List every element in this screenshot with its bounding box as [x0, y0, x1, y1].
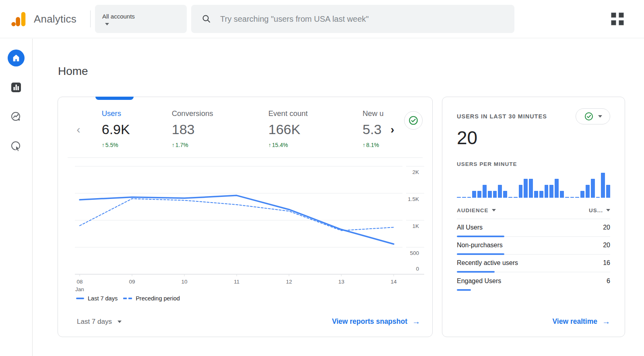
dashed-line-swatch	[123, 298, 132, 299]
search-input[interactable]	[220, 14, 504, 24]
minute-bar	[601, 173, 605, 198]
minute-bar	[514, 197, 518, 198]
overview-card-footer: Last 7 days View reports snapshot →	[58, 317, 432, 337]
grid-square	[611, 20, 616, 25]
users-per-minute-label: USERS PER MINUTE	[457, 161, 610, 167]
arrow-right-icon: →	[412, 317, 420, 326]
sort-caret-icon	[492, 209, 496, 211]
topbar-divider	[90, 10, 91, 27]
metric-delta: ↑8.1%	[363, 142, 388, 148]
up-arrow-icon: ↑	[102, 142, 105, 148]
audience-users-count: 16	[603, 259, 610, 267]
check-circle-icon	[584, 112, 594, 121]
account-switcher-label: All accounts	[102, 13, 180, 20]
metric-tab-conversions[interactable]: Conversions183↑1.7%	[172, 109, 268, 157]
metric-tab-new-u[interactable]: New u5.3↑8.1%	[363, 109, 388, 157]
realtime-footer: View realtime →	[457, 317, 610, 326]
overview-chart: 2K1.5K1K500008Jan091011121314	[66, 160, 424, 295]
sidebar-item-home[interactable]	[8, 50, 25, 66]
apps-grid-icon[interactable]	[611, 12, 624, 25]
arrow-right-icon: →	[602, 317, 610, 326]
link-label: View reports snapshot	[332, 317, 407, 326]
realtime-status-dropdown[interactable]	[576, 108, 610, 124]
svg-text:1K: 1K	[412, 223, 419, 229]
audience-column-header[interactable]: AUDIENCE	[457, 207, 496, 213]
minute-bar	[477, 191, 481, 198]
minute-bar	[498, 185, 502, 198]
minute-bar	[570, 197, 574, 198]
audience-proportion-bar	[457, 289, 471, 291]
overview-card: ‹ Users6.9K↑5.5%Conversions183↑1.7%Event…	[58, 97, 433, 337]
audience-users-count: 20	[603, 224, 610, 231]
metric-tab-event-count[interactable]: Event count166K↑15.4%	[268, 109, 363, 157]
metric-delta: ↑15.4%	[268, 142, 363, 148]
audience-users-count: 6	[607, 277, 610, 285]
minute-bar	[596, 197, 600, 198]
svg-text:09: 09	[129, 279, 135, 285]
metric-tab-users[interactable]: Users6.9K↑5.5%	[102, 109, 172, 157]
account-switcher[interactable]: All accounts	[95, 5, 187, 33]
minute-bar	[560, 191, 564, 198]
grid-square	[619, 12, 624, 18]
sidebar-item-reports[interactable]	[8, 79, 25, 96]
svg-text:13: 13	[338, 279, 344, 285]
svg-text:14: 14	[390, 279, 397, 285]
users-last-30min-value: 20	[457, 128, 610, 148]
chevron-down-icon	[105, 23, 109, 25]
audience-table-body: All Users20Non-purchasers20Recently acti…	[457, 219, 610, 290]
metric-delta: ↑1.7%	[172, 142, 268, 148]
minute-bar	[488, 191, 492, 198]
sort-caret-icon	[606, 209, 610, 211]
metric-value: 6.9K	[102, 122, 172, 137]
audience-name: All Users	[457, 224, 483, 231]
advertising-click-icon	[10, 141, 22, 152]
chart-series-dashed	[80, 199, 394, 230]
analytics-logo[interactable]: Analytics	[0, 10, 90, 27]
minute-bar	[472, 191, 476, 198]
view-reports-snapshot-link[interactable]: View reports snapshot →	[332, 317, 420, 326]
minute-bar	[529, 179, 533, 198]
svg-text:2K: 2K	[412, 169, 419, 175]
view-realtime-link[interactable]: View realtime →	[552, 317, 610, 326]
minute-bar	[580, 191, 584, 198]
minute-bar	[519, 185, 523, 198]
svg-text:0: 0	[416, 266, 419, 272]
minute-bar	[555, 179, 559, 198]
sidebar-item-advertising[interactable]	[8, 138, 25, 155]
metrics-list: Users6.9K↑5.5%Conversions183↑1.7%Event c…	[102, 109, 388, 157]
data-quality-check-button[interactable]	[404, 111, 423, 130]
scroll-metrics-left-button[interactable]: ‹	[73, 124, 84, 135]
page-title: Home	[58, 65, 88, 78]
audience-row: Non-purchasers20	[457, 237, 610, 255]
audience-row: Engaged Users6	[457, 272, 610, 290]
realtime-title: USERS IN LAST 30 MINUTES	[457, 113, 547, 120]
search-bar[interactable]	[191, 5, 514, 33]
scroll-metrics-right-button[interactable]: ›	[388, 124, 397, 135]
svg-text:12: 12	[286, 279, 292, 285]
minute-bar	[524, 179, 528, 198]
check-circle-icon	[408, 115, 419, 126]
minute-bar	[565, 197, 569, 198]
grid-square	[619, 20, 624, 25]
minute-bar	[606, 185, 610, 198]
explore-icon	[10, 111, 22, 122]
date-range-selector[interactable]: Last 7 days	[77, 318, 122, 326]
sidebar-item-explore[interactable]	[8, 108, 25, 125]
left-sidebar	[0, 39, 33, 356]
svg-text:1.5K: 1.5K	[408, 196, 419, 202]
up-arrow-icon: ↑	[172, 142, 175, 148]
minute-bar	[508, 197, 512, 198]
minute-bar	[457, 197, 461, 198]
minute-bar	[549, 185, 553, 198]
active-tab-indicator	[95, 97, 134, 100]
audience-row: All Users20	[457, 219, 610, 237]
legend-label: Last 7 days	[88, 295, 118, 302]
audience-name: Engaged Users	[457, 277, 501, 285]
up-arrow-icon: ↑	[363, 142, 365, 148]
users-column-header[interactable]: US...	[589, 207, 610, 213]
metric-label: New u	[363, 109, 388, 118]
up-arrow-icon: ↑	[268, 142, 271, 148]
svg-text:Jan: Jan	[75, 286, 84, 292]
minute-bar	[462, 197, 466, 198]
metric-value: 166K	[268, 122, 363, 137]
